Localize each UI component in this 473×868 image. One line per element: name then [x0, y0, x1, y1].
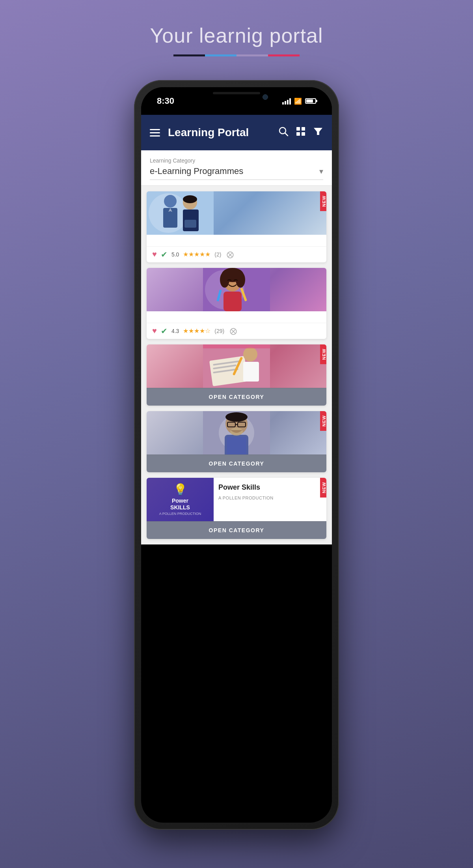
hamburger-menu[interactable] — [150, 129, 160, 137]
search-icon[interactable] — [278, 126, 289, 139]
review-count-pollen: (29) — [214, 328, 224, 334]
new-badge-occupational: NEW — [320, 344, 326, 364]
card-top-occupational: Occupational Certificate — [147, 344, 326, 388]
course-card-pollen[interactable]: Pollen Mental Flexibility Custom Tagline… — [147, 268, 326, 339]
course-card-occupational[interactable]: NEW — [147, 344, 326, 406]
heart-icon-pollen[interactable]: ♥ — [152, 326, 157, 335]
share-icon-pollen[interactable]: ⨂ — [230, 327, 237, 335]
course-card-workplace[interactable]: NEW — [147, 411, 326, 472]
chevron-down-icon: ▾ — [319, 166, 323, 176]
app-screen: Learning Category e-Learning Programmes … — [141, 150, 332, 544]
svg-rect-42 — [227, 437, 246, 455]
rating-num-induction: 5.0 — [171, 251, 179, 258]
time-display: 8:30 — [157, 96, 174, 106]
color-bar — [150, 54, 323, 56]
status-bar: 8:30 📶 — [141, 87, 332, 115]
phone-frame: 8:30 📶 — [134, 80, 339, 830]
category-section[interactable]: Learning Category e-Learning Programmes … — [141, 150, 332, 186]
card-image-pollen — [147, 268, 326, 311]
heart-icon-induction[interactable]: ♥ — [152, 250, 157, 259]
new-badge-workplace: NEW — [320, 411, 326, 431]
svg-line-1 — [285, 133, 288, 136]
course-list: NEW — [141, 186, 332, 544]
course-card-induction[interactable]: NEW — [147, 191, 326, 262]
svg-rect-33 — [203, 344, 270, 348]
stars-pollen: ★★★★☆ — [183, 327, 210, 335]
svg-rect-3 — [302, 127, 305, 131]
nav-title: Learning Portal — [168, 126, 273, 139]
svg-rect-5 — [302, 132, 305, 136]
rating-num-pollen: 4.3 — [171, 328, 179, 334]
card-image-power: 💡 PowerSKILLS A POLLEN PRODUCTION — [147, 478, 214, 521]
svg-rect-4 — [296, 132, 300, 136]
svg-rect-32 — [243, 362, 259, 382]
nav-icons — [278, 126, 323, 139]
category-value: e-Learning Programmes — [150, 166, 243, 176]
nav-bar: Learning Portal — [141, 115, 332, 150]
svg-rect-15 — [184, 220, 196, 228]
svg-marker-6 — [314, 128, 322, 135]
page-title: Your learnig portal — [150, 24, 323, 47]
svg-rect-2 — [296, 127, 300, 131]
card-info-power: Power Skills A POLLEN PRODUCTION — [214, 478, 326, 521]
new-badge-power: NEW — [320, 478, 326, 498]
card-top-induction: Induction - Senior Levels Custom Tagline… — [147, 191, 326, 246]
bulb-icon: 💡 — [173, 483, 187, 496]
card-image-occupational — [147, 344, 326, 388]
card-top-workplace: Workplace Conduct — [147, 411, 326, 455]
grid-icon[interactable] — [296, 126, 306, 139]
open-category-btn-workplace[interactable]: OPEN CATEGORY — [147, 455, 326, 472]
checkmark-icon-induction: ✔ — [161, 250, 168, 259]
wifi-icon: 📶 — [294, 97, 302, 105]
svg-point-37 — [225, 412, 248, 422]
card-bottom-induction: ♥ ✔ 5.0 ★★★★★ (2) ⨂ — [147, 246, 326, 262]
share-icon-induction[interactable]: ⨂ — [227, 250, 234, 259]
new-badge-induction: NEW — [320, 191, 326, 211]
checkmark-icon-pollen: ✔ — [161, 326, 168, 336]
category-select[interactable]: e-Learning Programmes ▾ — [150, 166, 323, 180]
category-label: Learning Category — [150, 157, 323, 164]
review-count-induction: (2) — [214, 251, 221, 258]
camera-sensor — [263, 94, 268, 100]
course-card-power[interactable]: NEW 💡 PowerSKILLS A POLLEN PRODUCTION — [147, 478, 326, 539]
card-image-induction — [147, 191, 326, 235]
card-image-workplace — [147, 411, 326, 455]
power-subtitle: A POLLEN PRODUCTION — [159, 512, 201, 516]
card-bottom-pollen: ♥ ✔ 4.3 ★★★★☆ (29) ⨂ — [147, 323, 326, 339]
filter-icon[interactable] — [313, 126, 323, 139]
svg-point-14 — [183, 195, 197, 203]
svg-point-9 — [164, 195, 177, 208]
stars-induction: ★★★★★ — [183, 251, 210, 258]
power-skills-subtitle: A POLLEN PRODUCTION — [218, 496, 322, 500]
svg-rect-22 — [223, 292, 242, 311]
signal-icon — [282, 97, 291, 105]
open-category-btn-power[interactable]: OPEN CATEGORY — [147, 521, 326, 539]
open-category-btn-occupational[interactable]: OPEN CATEGORY — [147, 388, 326, 406]
phone-outer: 8:30 📶 — [134, 80, 339, 830]
card-top-pollen: Pollen Mental Flexibility Custom Tagline — [147, 268, 326, 323]
battery-icon — [305, 98, 316, 104]
card-title-power: Power Skills — [218, 483, 322, 492]
svg-point-31 — [243, 347, 257, 361]
phone-inner: 8:30 📶 — [141, 87, 332, 823]
status-icons: 📶 — [282, 97, 316, 105]
card-top-power: 💡 PowerSKILLS A POLLEN PRODUCTION Power … — [147, 478, 326, 521]
page-header: Your learnig portal — [150, 24, 323, 56]
